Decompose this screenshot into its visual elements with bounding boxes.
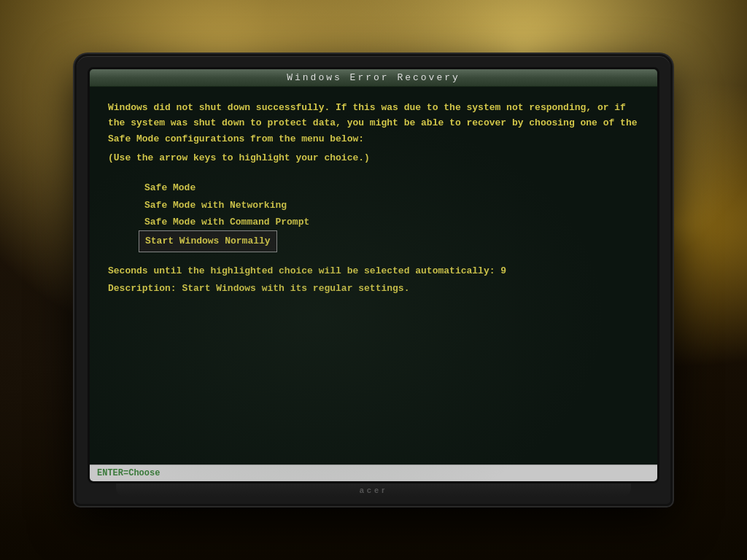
description-label: Description: bbox=[108, 283, 182, 294]
brand-logo: acer bbox=[360, 486, 388, 494]
title-bar: Windows Error Recovery bbox=[90, 69, 657, 87]
description-line: Description: Start Windows with its regu… bbox=[108, 281, 639, 297]
laptop-computer: Windows Error Recovery Windows did not s… bbox=[74, 54, 673, 506]
description-value: Start Windows with its regular settings. bbox=[182, 283, 409, 294]
screen-bezel: Windows Error Recovery Windows did not s… bbox=[88, 67, 659, 483]
menu-item-safe-mode-networking[interactable]: Safe Mode with Networking bbox=[144, 197, 639, 214]
countdown-text: Seconds until the highlighted choice wil… bbox=[108, 264, 639, 279]
menu-item-start-windows-normally[interactable]: Start Windows Normally bbox=[139, 230, 277, 252]
menu-items-list: Safe Mode Safe Mode with Networking Safe… bbox=[144, 179, 639, 252]
screen: Windows Error Recovery Windows did not s… bbox=[90, 69, 657, 481]
hint-text: (Use the arrow keys to highlight your ch… bbox=[108, 151, 639, 166]
menu-item-safe-mode[interactable]: Safe Mode bbox=[144, 179, 639, 196]
main-paragraph: Windows did not shut down successfully. … bbox=[108, 100, 639, 147]
laptop-base: acer bbox=[116, 483, 631, 497]
menu-item-safe-mode-command-prompt[interactable]: Safe Mode with Command Prompt bbox=[144, 214, 639, 230]
screen-content: Windows did not shut down successfully. … bbox=[90, 87, 657, 481]
